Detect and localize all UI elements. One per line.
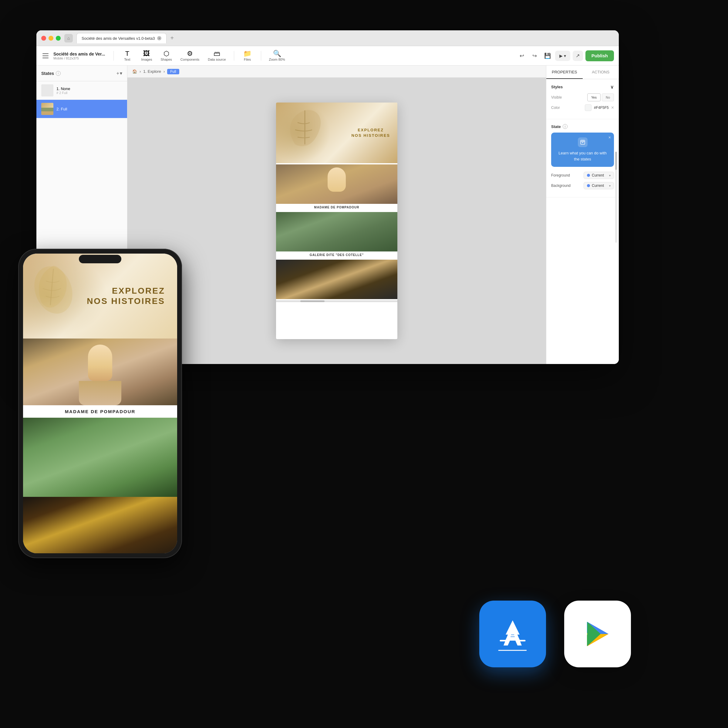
phone-mockup: EXPLOREZ NOS HISTOIRES MADAME DE POMPADO… [18, 249, 182, 558]
add-chevron: ▾ [120, 70, 122, 76]
home-icon[interactable]: 🏠 [132, 69, 137, 74]
play-chevron: ▾ [564, 54, 566, 58]
foreground-dropdown[interactable]: Current ▾ [584, 172, 614, 179]
maximize-button[interactable] [56, 36, 61, 41]
phone-screen: EXPLOREZ NOS HISTOIRES MADAME DE POMPADO… [23, 254, 177, 553]
share-button[interactable]: ↗ [573, 50, 583, 61]
components-icon: ⚙ [187, 50, 193, 57]
states-info-icon[interactable]: i [56, 71, 61, 76]
play-button[interactable]: ▶ ▾ [555, 50, 570, 61]
toolbar-right: ↩ ↪ 💾 ▶ ▾ ↗ Publish [517, 50, 614, 61]
tab-close-button[interactable]: × [157, 36, 161, 40]
hero-leaf-decoration [281, 106, 329, 154]
app-subtitle: Mobile / 812x375 [54, 57, 105, 60]
portrait-face [327, 167, 346, 192]
breadcrumb-separator: › [139, 69, 141, 74]
background-dropdown[interactable]: Current ▾ [584, 182, 614, 189]
phone-hero-text: EXPLOREZ NOS HISTOIRES [87, 286, 165, 306]
files-tool[interactable]: 📁 Files [239, 49, 256, 63]
tab-actions[interactable]: ACTIONS [583, 66, 619, 79]
divider [261, 51, 261, 61]
visible-label: Visible [551, 95, 562, 99]
state-thumb-mid [41, 108, 54, 111]
browser-tab[interactable]: Société des amis de Versailles v1.0-beta… [76, 33, 167, 43]
components-tool[interactable]: ⚙ Components [177, 49, 202, 63]
save-button[interactable]: 💾 [542, 50, 553, 61]
visible-yes-button[interactable]: Yes [587, 93, 601, 101]
undo-button[interactable]: ↩ [517, 50, 527, 61]
ornate-room-bg [23, 497, 177, 553]
title-bar: ⌂ Société des amis de Versailles v1.0-be… [37, 30, 619, 46]
state-thumb-bot [41, 111, 54, 115]
state-name-full: 2. Full [57, 107, 67, 111]
color-swatch[interactable] [585, 104, 592, 111]
menu-button[interactable] [41, 51, 51, 61]
home-button[interactable]: ⌂ [64, 34, 73, 43]
close-button[interactable] [41, 36, 46, 41]
tab-bar: Société des amis de Versailles v1.0-beta… [76, 33, 614, 43]
text-tool[interactable]: T Text [119, 49, 136, 63]
background-row: Background Current ▾ [551, 182, 614, 189]
hamburger-line [43, 54, 49, 54]
state-item-full[interactable]: 2. Full [37, 100, 127, 118]
breadcrumb-separator2: › [164, 69, 165, 74]
visible-no-button[interactable]: No [602, 93, 614, 101]
state-thumbnail-full [41, 103, 54, 115]
phone-hero-title-line1: EXPLOREZ [87, 286, 165, 296]
styles-section-header[interactable]: Styles ∨ [551, 84, 614, 90]
canvas-breadcrumb: 🏠 › 1. Explore › Full [127, 66, 546, 78]
color-label: Color [551, 106, 560, 110]
datasource-tool[interactable]: 🗃 Data source [205, 49, 229, 63]
preview-title-line2: NOS HISTOIRES [351, 133, 390, 138]
state-item-none[interactable]: 1. None # 2 Full [37, 81, 127, 100]
phone-card-ornate [23, 497, 177, 553]
color-control: #F4F5F5 × [585, 104, 614, 111]
components-label: Components [180, 58, 199, 61]
styles-collapse-icon: ∨ [610, 84, 614, 90]
play-store-icon[interactable] [564, 601, 631, 667]
app-store-icon[interactable] [479, 601, 546, 667]
zoom-icon: 🔍 [273, 50, 281, 57]
add-icon: + [116, 71, 119, 76]
phone-hero-leaf [29, 260, 90, 320]
phone-card-galerie: GALERIE DITE "DES COTELLE" [23, 418, 177, 497]
states-header: States i + ▾ [37, 66, 127, 81]
state-info-box: × Learn what you can do with the states [551, 133, 614, 167]
visible-toggle: Yes No [587, 93, 614, 101]
state-info-close-button[interactable]: × [609, 135, 611, 140]
breadcrumb-explore[interactable]: 1. Explore [143, 69, 161, 74]
state-section-title: State i [551, 124, 614, 129]
color-clear-button[interactable]: × [611, 105, 614, 110]
phone-body: EXPLOREZ NOS HISTOIRES MADAME DE POMPADO… [18, 249, 182, 558]
datasource-icon: 🗃 [214, 50, 220, 57]
foreground-dot [587, 174, 590, 177]
portrait-background [276, 164, 398, 204]
gallery-background [276, 212, 398, 251]
images-tool[interactable]: 🖼 Images [138, 49, 155, 63]
zoom-label: Zoom 80% [269, 58, 285, 61]
preview-hero: EXPLOREZ NOS HISTOIRES [276, 102, 398, 163]
properties-panel: PROPERTIES ACTIONS Styles ∨ Visible Yes … [546, 66, 619, 364]
files-label: Files [244, 58, 251, 61]
breadcrumb-current[interactable]: Full [167, 69, 179, 74]
app-preview: EXPLOREZ NOS HISTOIRES MADAME DE POMPADO… [276, 102, 398, 339]
images-label: Images [141, 58, 152, 61]
foreground-label: Foreground [551, 173, 570, 177]
shapes-tool[interactable]: ⬡ Shapes [158, 49, 175, 63]
datasource-label: Data source [208, 58, 226, 61]
files-icon: 📁 [243, 50, 251, 57]
state-thumb-image [41, 103, 54, 115]
states-add-button[interactable]: + ▾ [116, 70, 122, 76]
phone-hero-title-line2: NOS HISTOIRES [87, 296, 165, 306]
zoom-tool[interactable]: 🔍 Zoom 80% [266, 49, 288, 63]
tab-properties[interactable]: PROPERTIES [546, 66, 583, 79]
new-tab-button[interactable]: + [168, 34, 176, 43]
state-thumb-top [41, 103, 54, 108]
scrollbar-thumb [300, 300, 324, 302]
state-info-icon[interactable]: i [563, 124, 567, 129]
publish-button[interactable]: Publish [586, 50, 614, 61]
state-info-link-icon[interactable] [578, 138, 587, 147]
minimize-button[interactable] [49, 36, 54, 41]
canvas-viewport[interactable]: EXPLOREZ NOS HISTOIRES MADAME DE POMPADO… [127, 78, 546, 364]
redo-button[interactable]: ↪ [530, 50, 540, 61]
